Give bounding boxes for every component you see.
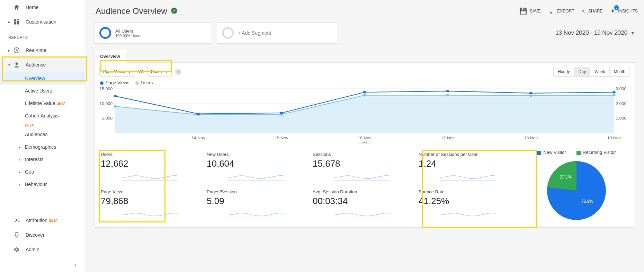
metric-card[interactable]: Sessions 15,678 (309, 150, 415, 187)
svg-point-29 (363, 91, 366, 94)
granularity-week[interactable]: Week (590, 67, 609, 76)
metric-card[interactable]: Users 12,662 (97, 150, 203, 187)
svg-point-30 (446, 90, 449, 92)
share-button[interactable]: <SHARE (582, 8, 602, 15)
metrics-row: Users 12,662 New Users 10,604 Sessions 1… (95, 143, 635, 227)
sidebar-sub-cohort-beta: BETA (0, 122, 85, 128)
svg-text:1,000: 1,000 (616, 116, 626, 120)
home-icon (12, 4, 21, 11)
sidebar-admin-label: Admin (26, 247, 39, 252)
sidebar-sub-cohort-analysis[interactable]: Cohort Analysis (0, 109, 85, 122)
person-icon (12, 61, 21, 68)
sidebar-customisation[interactable]: ▸ Customisation (0, 15, 85, 29)
remove-metric-b-button[interactable]: ✕ (175, 69, 181, 75)
tab-strip: Overview (94, 50, 635, 63)
sidebar-audience[interactable]: ▾ Audience (0, 58, 85, 72)
pie-legend: New Visitor Returning Visitor (521, 150, 632, 155)
bulb-icon (12, 231, 21, 238)
caret-down-icon: ▾ (7, 63, 11, 67)
granularity-month[interactable]: Month (609, 67, 629, 76)
beta-badge: BETA (25, 123, 34, 127)
segment-name: All Users (115, 28, 141, 34)
metric-card[interactable]: Number of Sessions per User 1.24 (415, 150, 521, 187)
attribution-icon (12, 217, 21, 224)
verified-icon (171, 7, 178, 15)
svg-point-27 (197, 113, 200, 115)
sidebar-audience-label: Audience (26, 62, 46, 68)
beta-badge: BETA (57, 102, 65, 105)
metric-label: Page Views (101, 189, 199, 194)
chevron-left-icon: ‹ (74, 261, 77, 269)
sidebar-admin[interactable]: Admin (0, 242, 85, 257)
svg-point-32 (612, 91, 616, 94)
sidebar-sub-audiences[interactable]: Audiences (0, 128, 85, 141)
sidebar-sub-lifetime-value[interactable]: Lifetime ValueBETA (0, 97, 85, 109)
sidebar-realtime[interactable]: ▸ Real-time (0, 43, 85, 58)
sidebar-sub-active-users[interactable]: Active Users (0, 85, 85, 97)
svg-point-31 (529, 92, 533, 94)
sidebar-discover[interactable]: Discover (0, 228, 85, 242)
metric-card[interactable]: Bounce Rate 41.25% (415, 187, 521, 225)
save-button[interactable]: 💾SAVE (519, 7, 540, 15)
granularity-day[interactable]: Day (574, 67, 590, 76)
caret-down-icon: ▼ (164, 70, 168, 74)
visitor-pie-panel: New Visitor Returning Visitor 23.1%76.9% (521, 150, 632, 225)
page-title: Audience Overview (96, 6, 167, 16)
vs-label: VS (138, 70, 144, 74)
metric-value: 79,868 (101, 196, 199, 207)
metric-b-dropdown[interactable]: Users▼ (147, 67, 172, 77)
clock-icon (12, 47, 21, 54)
metric-card[interactable]: New Users 10,604 (203, 150, 309, 187)
dashboard-icon (12, 18, 21, 25)
sidebar-home[interactable]: Home (0, 0, 85, 15)
sidebar-sub-geo[interactable]: ▸Geo (0, 166, 85, 178)
sidebar-home-label: Home (26, 5, 38, 10)
sidebar-sub-interests[interactable]: ▸Interests (0, 153, 85, 166)
insights-button[interactable]: ✦INSIGHTS (610, 7, 638, 15)
granularity-hourly[interactable]: Hourly (554, 67, 574, 76)
svg-point-19 (114, 105, 117, 108)
sidebar-discover-label: Discover (26, 232, 44, 238)
titlebar: Audience Overview 💾SAVE ⭳EXPORT <SHARE ✦… (91, 0, 638, 22)
daterange-picker[interactable]: 13 Nov 2020 - 19 Nov 2020 ▼ (555, 29, 635, 36)
svg-text:18 Nov: 18 Nov (524, 136, 538, 140)
caret-right-icon: ▸ (19, 158, 24, 161)
tab-overview[interactable]: Overview (94, 50, 126, 63)
granularity-selector: Hourly Day Week Month (553, 67, 630, 77)
svg-text:23.1%: 23.1% (560, 175, 572, 179)
metric-value: 10,604 (207, 158, 305, 169)
svg-point-28 (280, 112, 283, 114)
svg-text:…: … (113, 136, 117, 140)
svg-text:16 Nov: 16 Nov (358, 136, 372, 140)
chart-controls: Page Views▼ VS Users▼ ✕ Hourly Day Week … (95, 63, 635, 79)
sidebar-sub-overview[interactable]: Overview (0, 72, 85, 85)
metric-label: Users (101, 152, 199, 157)
chart-legend: Page Views Users (95, 79, 635, 87)
metric-value: 5.09 (207, 196, 305, 207)
export-button[interactable]: ⭳EXPORT (548, 8, 574, 15)
line-chart: 15,00010,0005,0003,0002,0001,000…14 Nov1… (98, 87, 631, 142)
sidebar-sub-demographics[interactable]: ▸Demographics (0, 141, 85, 153)
add-segment-button[interactable]: + Add Segment (217, 22, 337, 44)
sidebar-customisation-label: Customisation (26, 19, 56, 25)
svg-text:19 Nov: 19 Nov (607, 136, 621, 140)
metric-card[interactable]: Avg. Session Duration 00:03:34 (309, 187, 415, 225)
save-icon: 💾 (519, 7, 527, 15)
sidebar-reports-heading: REPORTS (0, 29, 85, 43)
share-icon: < (582, 8, 585, 15)
metric-selectors: Page Views▼ VS Users▼ ✕ (99, 67, 181, 77)
sidebar-realtime-label: Real-time (26, 47, 46, 53)
svg-point-24 (529, 94, 533, 97)
caret-down-icon: ▼ (128, 70, 131, 74)
metric-a-dropdown[interactable]: Page Views▼ (99, 67, 135, 77)
legend-dot-a (100, 81, 104, 85)
legend-sq-new (537, 151, 541, 155)
sidebar-attribution[interactable]: Attribution BETA (0, 213, 85, 228)
segment-all-users[interactable]: All Users 100.00% Users (94, 22, 212, 44)
metric-card[interactable]: Pages/Session 5.09 (203, 187, 309, 225)
metric-card[interactable]: Page Views 79,868 (97, 187, 203, 225)
sidebar-sub-behaviour[interactable]: ▸Behaviour (0, 178, 85, 191)
svg-text:10,000: 10,000 (99, 102, 113, 106)
caret-right-icon: ▸ (7, 49, 11, 52)
sidebar-collapse[interactable]: ‹ (0, 257, 85, 272)
